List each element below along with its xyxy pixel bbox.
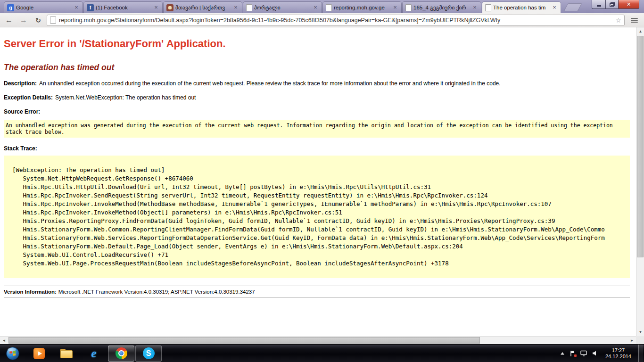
network-status-button[interactable]: [580, 350, 587, 356]
start-button[interactable]: [0, 345, 25, 362]
tab-title: პორტალი: [254, 4, 310, 11]
description-text: An unhandled exception occurred during t…: [39, 80, 501, 87]
tab-close-icon[interactable]: ×: [153, 4, 159, 11]
close-icon: ✕: [627, 1, 631, 8]
taskbar-internet-explorer-button[interactable]: [81, 346, 107, 362]
tab-title: მთავარი | საქართვ: [175, 4, 231, 11]
tab-form-165[interactable]: 165_4 გეგმიური ქირ ×: [402, 1, 481, 13]
page-favicon: [326, 4, 332, 11]
version-info-text: Microsoft .NET Framework Version:4.0.303…: [58, 289, 255, 295]
horizontal-scrollbar[interactable]: ◄ ►: [0, 336, 636, 344]
scrollbar-corner: [636, 336, 644, 344]
tab-title: reporting.moh.gov.ge: [334, 5, 390, 10]
page-favicon: [405, 4, 412, 11]
refresh-button[interactable]: ↻: [32, 15, 44, 26]
stack-trace: [WebException: The operation has timed o…: [4, 156, 630, 278]
tab-title: (1) Facebook: [96, 5, 151, 10]
tab-portali[interactable]: პორტალი ×: [243, 1, 322, 13]
exception-details-text: System.Net.WebException: The operation h…: [55, 94, 196, 101]
facebook-favicon: [87, 4, 94, 11]
divider: [4, 286, 630, 286]
clock-time: 17:27: [612, 347, 625, 354]
stack-trace-label: Stack Trace:: [4, 145, 37, 152]
windows-taskbar: 17:27 24.12.2014: [0, 344, 644, 362]
windows-logo-icon: [6, 346, 20, 361]
tab-close-icon[interactable]: ×: [232, 4, 239, 11]
tab-strip: Google × (1) Facebook × მთავარი | საქართ…: [4, 1, 580, 13]
taskbar-skype-button[interactable]: [135, 346, 162, 362]
divider: [4, 297, 630, 298]
chrome-menu-button[interactable]: [627, 15, 641, 26]
tab-title: The operation has tim: [493, 5, 549, 10]
taskbar-media-player-button[interactable]: [26, 346, 52, 362]
tab-close-icon[interactable]: ×: [551, 4, 558, 11]
internet-explorer-icon: [91, 347, 96, 359]
aspnet-error-page: Server Error in '/StationaryForm' Applic…: [0, 27, 644, 298]
vertical-scrollbar[interactable]: ▲ ▼: [636, 27, 644, 336]
server-error-heading: Server Error in '/StationaryForm' Applic…: [4, 38, 630, 50]
scroll-right-arrow[interactable]: ►: [628, 337, 636, 345]
window-restore-button[interactable]: [605, 0, 618, 9]
page-info-icon[interactable]: [50, 16, 56, 24]
source-error-label: Source Error:: [4, 108, 40, 115]
tab-close-icon[interactable]: ×: [392, 4, 398, 11]
minimize-icon: [597, 5, 601, 7]
network-icon: [580, 350, 587, 356]
show-hidden-icons-button[interactable]: [560, 352, 565, 355]
source-error-text: An unhandled exception was generated dur…: [4, 120, 630, 138]
page-favicon: [246, 4, 252, 11]
window-controls: ✕: [592, 0, 639, 9]
scroll-up-arrow[interactable]: ▲: [636, 27, 644, 35]
vertical-scroll-thumb[interactable]: [637, 36, 644, 257]
action-center-button[interactable]: [570, 350, 576, 357]
taskbar-explorer-button[interactable]: [53, 346, 80, 362]
error-subheading: The operation has timed out: [4, 63, 630, 73]
address-bar[interactable]: reporting.moh.gov.ge/Stationaryform/Defa…: [47, 15, 625, 26]
divider: [4, 53, 630, 53]
google-favicon: [7, 4, 14, 11]
flag-icon: [570, 350, 576, 357]
emblem-favicon: [166, 4, 173, 11]
tab-close-icon[interactable]: ×: [471, 4, 478, 11]
clock-date: 24.12.2014: [605, 354, 631, 360]
forward-button[interactable]: →: [17, 15, 30, 26]
tab-facebook[interactable]: (1) Facebook ×: [83, 1, 163, 13]
exception-details-label: Exception Details:: [4, 94, 53, 101]
new-tab-button[interactable]: [563, 3, 582, 11]
back-button[interactable]: ←: [3, 15, 15, 26]
taskbar-clock[interactable]: 17:27 24.12.2014: [603, 347, 634, 360]
horizontal-scroll-thumb[interactable]: [8, 337, 480, 344]
tab-close-icon[interactable]: ×: [73, 4, 80, 11]
restore-icon: [610, 2, 614, 7]
tab-error-active[interactable]: The operation has tim ×: [482, 1, 561, 13]
speaker-icon: [592, 350, 598, 356]
chevron-up-icon: [560, 352, 565, 355]
window-close-button[interactable]: ✕: [618, 0, 639, 9]
chrome-icon: [116, 347, 127, 359]
window-minimize-button[interactable]: [592, 0, 605, 9]
show-desktop-button[interactable]: [638, 345, 643, 362]
url-text: reporting.moh.gov.ge/Stationaryform/Defa…: [59, 17, 612, 24]
tab-google[interactable]: Google ×: [4, 1, 83, 13]
volume-button[interactable]: [592, 350, 598, 356]
browser-toolbar: ← → ↻ reporting.moh.gov.ge/Stationaryfor…: [0, 13, 644, 27]
system-tray: 17:27 24.12.2014: [560, 345, 644, 362]
tab-mtavari[interactable]: მთავარი | საქართვ ×: [163, 1, 242, 13]
back-arrow-icon: ←: [5, 16, 13, 25]
window-titlebar: Google × (1) Facebook × მთავარი | საქართ…: [0, 0, 644, 13]
version-info-label: Version Information:: [4, 289, 57, 295]
tab-title: Google: [16, 5, 71, 10]
scroll-left-arrow[interactable]: ◄: [0, 337, 8, 345]
skype-icon: [143, 347, 155, 359]
media-player-icon: [33, 348, 45, 359]
refresh-icon: ↻: [35, 16, 41, 24]
taskbar-chrome-button[interactable]: [108, 346, 134, 362]
folder-icon: [60, 349, 73, 358]
page-favicon: [485, 4, 491, 11]
tab-reporting[interactable]: reporting.moh.gov.ge ×: [322, 1, 402, 13]
scroll-down-arrow[interactable]: ▼: [636, 328, 644, 336]
tab-title: 165_4 გეგმიური ქირ: [413, 4, 470, 11]
page-viewport: Server Error in '/StationaryForm' Applic…: [0, 27, 644, 336]
bookmark-star-icon[interactable]: ☆: [615, 16, 621, 24]
tab-close-icon[interactable]: ×: [312, 4, 319, 11]
